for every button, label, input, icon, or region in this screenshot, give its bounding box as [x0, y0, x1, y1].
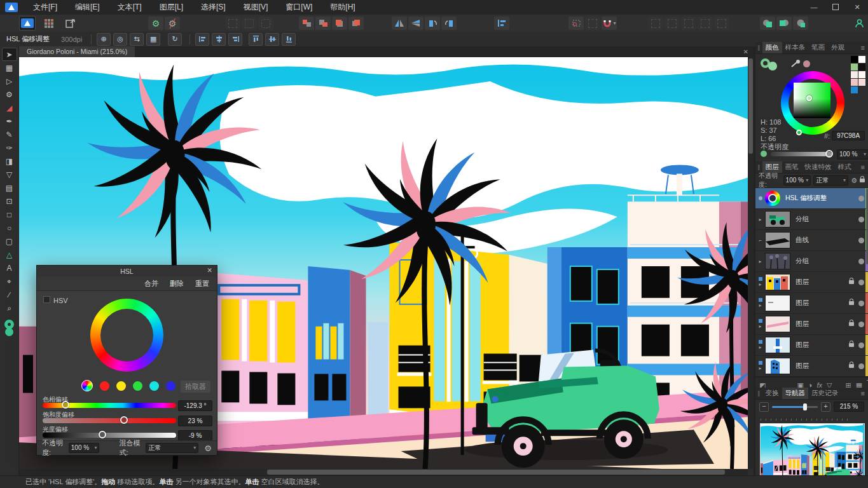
- expand-chevron-icon[interactable]: ▸: [759, 217, 761, 222]
- shape-tool[interactable]: △: [2, 248, 17, 261]
- export-persona-button[interactable]: [62, 17, 78, 30]
- tab-styles[interactable]: 样式: [835, 161, 855, 173]
- swatch-black[interactable]: [851, 56, 858, 63]
- node-tool[interactable]: ▷: [2, 74, 17, 88]
- menu-help[interactable]: 帮助[H]: [321, 0, 364, 15]
- layer-visibility-toggle[interactable]: [858, 342, 864, 348]
- layer-row-buildings[interactable]: ▸ 图层: [755, 272, 868, 293]
- close-button[interactable]: ✕: [846, 0, 868, 15]
- measure-tool[interactable]: ∕: [2, 288, 17, 301]
- hsv-checkbox[interactable]: HSV: [43, 296, 68, 304]
- preferences-button[interactable]: ⚙╱: [165, 17, 180, 30]
- hsl-delete-button[interactable]: 删除: [170, 279, 184, 288]
- panel-grip[interactable]: ∥: [755, 164, 762, 170]
- align-center-button[interactable]: [212, 33, 226, 46]
- layer-visibility-toggle[interactable]: [858, 196, 864, 201]
- panel-menu-icon[interactable]: ≡: [858, 390, 868, 397]
- luminosity-shift-value[interactable]: -9 %: [178, 430, 212, 441]
- rotate-ccw-button[interactable]: [425, 17, 440, 30]
- layer-lock-icon[interactable]: [849, 343, 854, 347]
- cyan-channel-swatch[interactable]: [149, 381, 159, 391]
- layer-select-square[interactable]: [759, 277, 762, 281]
- layer-lock-icon[interactable]: [849, 364, 854, 368]
- tab-history[interactable]: 历史记录: [808, 388, 841, 399]
- rectangle-tool[interactable]: □: [2, 208, 17, 221]
- layer-lock-icon[interactable]: [849, 322, 854, 326]
- layer-select-square[interactable]: [759, 340, 762, 344]
- mirror-button[interactable]: ⇆: [130, 33, 144, 46]
- menu-text[interactable]: 文本[T]: [109, 0, 151, 15]
- blue-channel-swatch[interactable]: [166, 381, 176, 391]
- layer-row-hsl[interactable]: HSL 偏移调整: [755, 188, 868, 209]
- align-middle-button[interactable]: [265, 33, 279, 46]
- hue-ring[interactable]: [90, 299, 163, 372]
- yellow-channel-swatch[interactable]: [116, 381, 126, 391]
- cycle-selection-box-button[interactable]: [585, 17, 600, 30]
- rotate-cw-button[interactable]: [441, 17, 457, 30]
- tab-appearance[interactable]: 外观: [828, 42, 848, 53]
- menu-edit[interactable]: 编辑[E]: [66, 0, 109, 15]
- luminosity-shift-slider[interactable]: [43, 433, 176, 438]
- order-backward-button[interactable]: [315, 17, 331, 30]
- align-left-button[interactable]: [195, 33, 209, 46]
- green-channel-swatch[interactable]: [133, 381, 142, 391]
- tab-color[interactable]: 颜色: [762, 42, 782, 53]
- hsl-dialog-close-icon[interactable]: ✕: [207, 266, 212, 274]
- brush-tool[interactable]: ✑: [2, 141, 17, 154]
- expand-chevron-icon[interactable]: ▸: [759, 281, 761, 287]
- transparency-tool[interactable]: ▽: [2, 168, 17, 181]
- minimize-button[interactable]: —: [803, 0, 825, 15]
- hue-marker[interactable]: [796, 130, 802, 135]
- expand-chevron-icon[interactable]: ▸: [759, 344, 761, 350]
- swatch-cream[interactable]: [851, 71, 858, 78]
- text-tool[interactable]: A: [2, 261, 17, 274]
- horizontal-scroll-thumb[interactable]: [267, 470, 725, 475]
- layer-row-group-jeep[interactable]: ▸ 分组: [755, 209, 868, 230]
- fill-stroke-selector[interactable]: [761, 58, 777, 69]
- master-channel-swatch[interactable]: [81, 380, 93, 391]
- saturation-shift-handle[interactable]: [120, 416, 128, 424]
- hue-shift-value[interactable]: -129.3 °: [178, 400, 212, 411]
- layer-visibility-toggle[interactable]: [858, 301, 864, 306]
- sv-square[interactable]: [794, 83, 830, 118]
- zoom-slider[interactable]: [772, 406, 818, 408]
- insert-behind-button[interactable]: [681, 17, 696, 30]
- tab-stroke[interactable]: 笔画: [808, 42, 828, 53]
- layer-row-road[interactable]: ▸ 图层: [755, 314, 868, 335]
- expand-chevron-icon[interactable]: ▸: [759, 365, 761, 371]
- expand-chevron-icon[interactable]: ▸: [759, 323, 761, 329]
- layer-select-square[interactable]: [759, 361, 762, 365]
- panel-grip[interactable]: ∥: [755, 390, 762, 396]
- red-channel-swatch[interactable]: [100, 381, 109, 391]
- layer-row-blue-building[interactable]: ▸ 图层: [755, 356, 868, 377]
- pen-tool[interactable]: ✒: [2, 114, 17, 128]
- tab-close-icon[interactable]: ✕: [738, 48, 754, 55]
- layers-blend-dropdown[interactable]: 正常▾: [813, 175, 848, 186]
- menu-view[interactable]: 视图[V]: [235, 0, 277, 15]
- snap-bounds-button[interactable]: [225, 17, 240, 30]
- layer-check-icon[interactable]: [759, 196, 762, 200]
- align-right-button[interactable]: [228, 33, 242, 46]
- rotate-selection-button[interactable]: ↻: [168, 33, 182, 46]
- restore-button[interactable]: [825, 0, 846, 15]
- panel-opacity-handle[interactable]: [825, 150, 833, 158]
- align-bottom-button[interactable]: [282, 33, 296, 46]
- layer-visibility-toggle[interactable]: [858, 322, 864, 327]
- menu-select[interactable]: 选择[S]: [192, 0, 235, 15]
- layer-select-square[interactable]: [759, 298, 762, 302]
- layer-select-square[interactable]: [759, 319, 762, 323]
- expand-chevron-icon[interactable]: ▸: [759, 302, 761, 308]
- account-button[interactable]: [852, 17, 867, 30]
- layer-row-curve[interactable]: ⌐ 曲线: [755, 230, 868, 251]
- hsl-merge-button[interactable]: 合并: [144, 279, 158, 288]
- snapping-toggle-button[interactable]: ▾: [602, 17, 617, 30]
- zoom-value[interactable]: 215 %: [834, 402, 864, 412]
- artboard-tool[interactable]: ▦: [2, 61, 17, 74]
- tab-brushes[interactable]: 画笔: [782, 161, 802, 173]
- zoom-tool[interactable]: ⌕: [2, 301, 17, 315]
- insert-replace-button[interactable]: [698, 17, 713, 30]
- flip-vertical-button[interactable]: [408, 17, 424, 30]
- saturation-shift-slider[interactable]: [43, 418, 176, 423]
- layer-visibility-toggle[interactable]: [858, 259, 864, 264]
- layer-row-group-palms[interactable]: ▸ 分组: [755, 251, 868, 272]
